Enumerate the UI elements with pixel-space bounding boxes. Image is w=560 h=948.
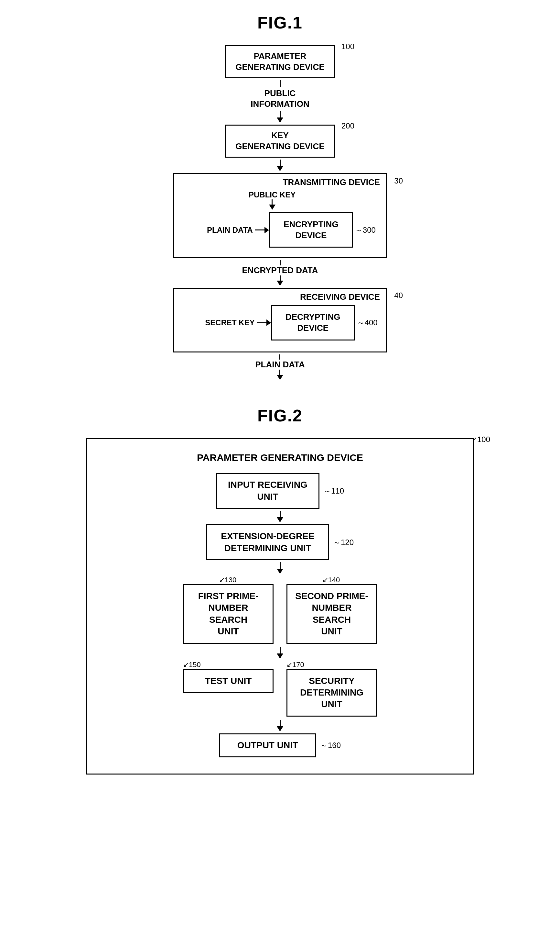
- ref-150-label: ↙150: [183, 661, 201, 669]
- plain-out-arrow: [277, 375, 283, 380]
- transmitting-device-label: TRANSMITTING DEVICE: [283, 178, 380, 187]
- ref-100: 100: [342, 42, 354, 51]
- fig2-arrow-3: [280, 647, 281, 653]
- fig1-title: FIG.1: [257, 13, 303, 32]
- arrow-h-head-2: [266, 320, 271, 326]
- decrypting-device-box: DECRYPTINGDEVICE: [271, 305, 355, 341]
- output-unit-box: OUTPUT UNIT: [219, 733, 316, 757]
- param-gen-device-box: PARAMETERGENERATING DEVICE: [225, 45, 335, 78]
- fig1-diagram: FIG.1 100 PARAMETERGENERATING DEVICE PUB…: [19, 13, 541, 380]
- ref-30: 30: [394, 176, 403, 185]
- test-unit-label: TEST UNIT: [205, 676, 252, 686]
- output-unit-label: OUTPUT UNIT: [237, 740, 298, 750]
- input-receiving-unit-box: INPUT RECEIVINGUNIT: [216, 473, 320, 509]
- plain-data-in-label: PLAIN DATA: [207, 225, 253, 235]
- ref-40: 40: [394, 291, 403, 300]
- secret-key-label: SECRET KEY: [205, 318, 254, 327]
- ref-170-label: ↙170: [286, 661, 304, 669]
- fig2-param-gen-title: PARAMETER GENERATING DEVICE: [106, 452, 454, 463]
- fig2-arrow-head-2: [277, 569, 283, 574]
- ext-degree-unit-box: EXTENSION-DEGREEDETERMINING UNIT: [206, 524, 329, 560]
- input-receiving-unit-label: INPUT RECEIVINGUNIT: [228, 480, 308, 501]
- ref-200: 200: [342, 121, 354, 130]
- plain-out-line: [279, 354, 280, 360]
- enc-line-2: [280, 275, 281, 281]
- ext-degree-unit-label: EXTENSION-DEGREEDETERMINING UNIT: [221, 531, 314, 553]
- encrypting-row: PLAIN DATA ENCRYPTINGDEVICE ～300: [184, 212, 376, 248]
- ref-130-curve: ↙130: [219, 576, 237, 584]
- fig2-arrow-1: [280, 511, 281, 517]
- encrypted-data-label: ENCRYPTED DATA: [242, 266, 318, 275]
- first-prime-unit-label: FIRST PRIME-NUMBER SEARCHUNIT: [198, 591, 258, 636]
- ref-160: ～160: [320, 740, 341, 750]
- arrow-head-2: [277, 166, 283, 171]
- param-gen-device-label: PARAMETERGENERATING DEVICE: [235, 51, 324, 72]
- arrow-h-line-1: [255, 230, 265, 230]
- test-unit-box: TEST UNIT: [183, 669, 274, 693]
- ref-120: ～120: [333, 537, 354, 548]
- fig2-arrow-head-3: [277, 653, 283, 659]
- arrow-line-1: [280, 80, 281, 87]
- arrow-line-2: [280, 111, 281, 117]
- fig2-title: FIG.2: [257, 406, 303, 425]
- fig2-arrow-head-1: [277, 517, 283, 522]
- receiving-device-label: RECEIVING DEVICE: [300, 292, 380, 302]
- encrypting-device-box: ENCRYPTINGDEVICE: [269, 212, 353, 248]
- arrow-h-line-2: [257, 323, 266, 323]
- key-gen-device-label: KEYGENERATING DEVICE: [235, 130, 324, 151]
- second-prime-unit-label: SECOND PRIME-NUMBER SEARCHUNIT: [295, 591, 368, 636]
- arrow-h-head-1: [265, 227, 269, 233]
- key-gen-device-box: KEYGENERATING DEVICE: [225, 125, 335, 157]
- public-key-label: PUBLIC KEY: [249, 190, 295, 199]
- encrypting-device-label: ENCRYPTINGDEVICE: [283, 219, 338, 240]
- fig2-arrow-2: [280, 562, 281, 569]
- decrypting-row: SECRET KEY DECRYPTINGDEVICE ～400: [184, 305, 376, 341]
- transmitting-device-box: TRANSMITTING DEVICE PUBLIC KEY PLAIN DAT…: [173, 173, 387, 259]
- public-info-label: PUBLICINFORMATION: [251, 88, 309, 110]
- first-prime-unit-box: FIRST PRIME-NUMBER SEARCHUNIT: [183, 584, 274, 644]
- fig2-arrow-head-4: [277, 726, 283, 732]
- decrypting-device-label: DECRYPTINGDEVICE: [286, 312, 340, 333]
- fig2-diagram: FIG.2 ↙100 PARAMETER GENERATING DEVICE I…: [19, 406, 541, 775]
- ref-140-curve: ↙140: [322, 576, 340, 584]
- arrow-head-1: [277, 117, 283, 123]
- pub-key-arrow: [269, 205, 275, 210]
- enc-line-1: [280, 260, 281, 266]
- receiving-device-box: RECEIVING DEVICE SECRET KEY DECRYPTINGDE…: [173, 288, 387, 352]
- enc-arrow: [277, 281, 283, 286]
- ref-300: ～300: [355, 225, 376, 235]
- second-prime-unit-box: SECOND PRIME-NUMBER SEARCHUNIT: [286, 584, 377, 644]
- plain-data-out-label: PLAIN DATA: [255, 360, 305, 370]
- fig2-arrow-4: [280, 720, 281, 726]
- plain-out-line2: [279, 370, 280, 375]
- ref-110: ～110: [323, 486, 344, 496]
- security-unit-label: SECURITYDETERMINING UNIT: [300, 676, 363, 709]
- fig2-param-gen-device: PARAMETER GENERATING DEVICE INPUT RECEIV…: [86, 438, 474, 775]
- arrow-line-3: [280, 159, 281, 166]
- pub-key-line: [272, 199, 272, 205]
- ref-400: ～400: [357, 318, 378, 328]
- security-unit-box: SECURITYDETERMINING UNIT: [286, 669, 377, 716]
